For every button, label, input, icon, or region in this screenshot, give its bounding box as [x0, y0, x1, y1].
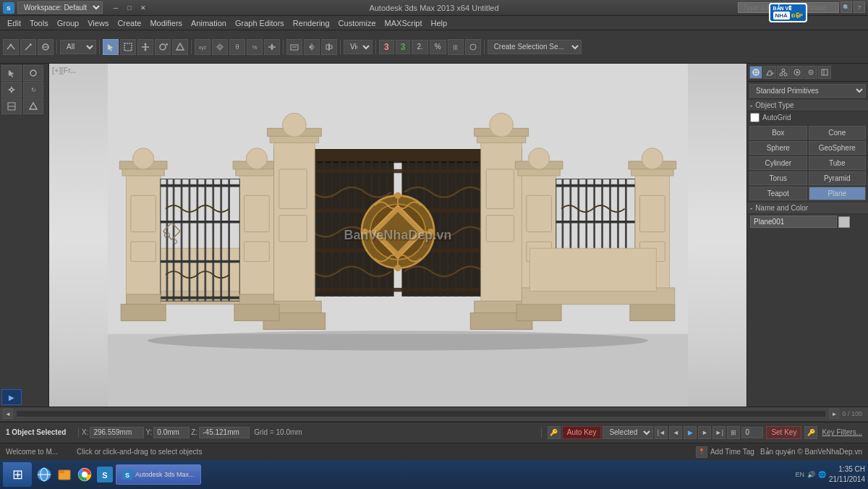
- utilities-panel-icon[interactable]: [818, 66, 831, 79]
- plane-btn[interactable]: Plane: [809, 187, 867, 200]
- modify-panel-icon[interactable]: [763, 66, 776, 79]
- tube-btn[interactable]: Tube: [809, 156, 867, 170]
- goto-start-btn[interactable]: |◄: [655, 426, 668, 439]
- link-display-tool[interactable]: [1, 65, 22, 81]
- edit-named-sel-btn[interactable]: [286, 39, 302, 55]
- maximize-btn[interactable]: □: [123, 1, 136, 14]
- timeline-prev-btn[interactable]: ◄: [3, 409, 13, 419]
- geosphere-btn[interactable]: GeoSphere: [809, 141, 867, 155]
- select-move-btn[interactable]: [137, 39, 153, 55]
- goto-end-btn[interactable]: ►|: [712, 426, 726, 439]
- name-section-collapse-icon: -: [750, 204, 752, 212]
- z-coord-input[interactable]: [199, 427, 250, 438]
- unlink-btn[interactable]: [20, 39, 36, 55]
- percent-snap-btn[interactable]: %: [247, 39, 263, 55]
- name-color-section-header[interactable]: - Name and Color: [747, 203, 868, 214]
- snap-btn[interactable]: [212, 39, 228, 55]
- spinner-snap-btn[interactable]: [264, 39, 280, 55]
- select-and-link-btn[interactable]: [3, 39, 19, 55]
- network-icon[interactable]: 🌐: [818, 471, 826, 478]
- prev-frame-btn[interactable]: ◄: [669, 426, 682, 439]
- align-btn[interactable]: [321, 39, 337, 55]
- sphere-btn[interactable]: Sphere: [749, 141, 807, 155]
- play-anim-btn[interactable]: ▶: [1, 389, 22, 405]
- taskbar-3dsmax-icon[interactable]: S: [95, 465, 114, 484]
- taskbar-explorer-icon[interactable]: [55, 465, 74, 484]
- select-scale-btn[interactable]: [172, 39, 188, 55]
- menu-maxscript[interactable]: MAXScript: [380, 17, 427, 29]
- select-region-btn[interactable]: [120, 39, 136, 55]
- torus-btn[interactable]: Torus: [749, 171, 807, 185]
- key-mode-btn[interactable]: ⊞: [727, 426, 740, 439]
- menu-graph-editors[interactable]: Graph Editors: [231, 17, 289, 29]
- play-btn[interactable]: ▶: [684, 426, 697, 439]
- timeline-slider[interactable]: [16, 410, 826, 417]
- geo-tool[interactable]: [23, 65, 43, 81]
- start-button[interactable]: ⊞: [3, 462, 32, 487]
- bind-space-warp-btn[interactable]: [38, 39, 54, 55]
- next-frame-btn[interactable]: ►: [698, 426, 711, 439]
- scale-tool[interactable]: [23, 98, 43, 114]
- svg-marker-12: [144, 49, 147, 51]
- taskbar-chrome-icon[interactable]: [75, 465, 94, 484]
- environment-btn[interactable]: [465, 39, 481, 55]
- teapot-btn[interactable]: Teapot: [749, 187, 807, 200]
- menu-tools[interactable]: Tools: [25, 17, 53, 29]
- workspace-selector[interactable]: Workspace: Default: [17, 1, 103, 14]
- menu-modifiers[interactable]: Modifiers: [145, 17, 187, 29]
- anim-mode-dropdown[interactable]: Selected: [603, 426, 653, 439]
- box-btn[interactable]: Box: [749, 126, 807, 140]
- menu-rendering[interactable]: Rendering: [289, 17, 334, 29]
- viewport[interactable]: [+][Fr...: [49, 64, 746, 407]
- key-filters-icon[interactable]: 🔑: [804, 426, 817, 439]
- hierarchy-panel-icon[interactable]: [777, 66, 790, 79]
- clock[interactable]: 1:35 CH 21/11/2014: [829, 464, 865, 485]
- set-key-btn[interactable]: Set Key: [766, 426, 801, 439]
- menu-edit[interactable]: Edit: [3, 17, 25, 29]
- key-lock-icon[interactable]: 🔑: [548, 426, 561, 439]
- cylinder-btn[interactable]: Cylinder: [749, 156, 807, 170]
- menu-customize[interactable]: Customize: [334, 17, 380, 29]
- minimize-btn[interactable]: ─: [109, 1, 122, 14]
- help-icon[interactable]: ?: [854, 1, 865, 13]
- ref-coord-btn[interactable]: xyz: [195, 39, 210, 55]
- help-search-icon[interactable]: 🔍: [841, 1, 852, 13]
- color-swatch[interactable]: [838, 216, 850, 228]
- taskbar-browser-icon[interactable]: [35, 465, 54, 484]
- view-mode-dropdown[interactable]: View: [344, 40, 373, 54]
- timeline-next-btn[interactable]: ►: [829, 409, 839, 419]
- create-panel-icon[interactable]: [749, 66, 762, 79]
- autogrid-checkbox[interactable]: [750, 113, 760, 122]
- select-rotate-btn[interactable]: [155, 39, 171, 55]
- menu-group[interactable]: Group: [53, 17, 84, 29]
- y-coord-input[interactable]: [153, 427, 190, 438]
- menu-views[interactable]: Views: [83, 17, 113, 29]
- taskbar-3dsmax-window[interactable]: S Autodesk 3ds Max...: [116, 464, 201, 485]
- display-panel-icon[interactable]: [804, 66, 817, 79]
- add-time-icon[interactable]: 📍: [696, 446, 707, 458]
- zoom-tool[interactable]: [1, 98, 22, 114]
- auto-key-btn[interactable]: Auto Key: [562, 426, 602, 439]
- close-btn[interactable]: ✕: [137, 1, 150, 14]
- selection-filter-dropdown[interactable]: All: [60, 40, 96, 54]
- mirror-btn[interactable]: [304, 39, 320, 55]
- key-filters-label[interactable]: Key Filters...: [819, 428, 865, 436]
- angle-snap-btn[interactable]: θ: [229, 39, 245, 55]
- cone-btn[interactable]: Cone: [809, 126, 867, 140]
- x-coord-input[interactable]: [90, 427, 144, 438]
- motion-panel-icon[interactable]: [791, 66, 804, 79]
- create-selection-dropdown[interactable]: Create Selection Se...: [488, 40, 582, 54]
- time-input[interactable]: [741, 427, 763, 438]
- volume-icon[interactable]: 🔊: [807, 471, 815, 478]
- select-obj-btn[interactable]: [103, 39, 119, 55]
- pyramid-btn[interactable]: Pyramid: [809, 171, 867, 185]
- layer-btn[interactable]: |||: [448, 39, 464, 55]
- primitive-type-dropdown[interactable]: Standard Primitives: [749, 84, 866, 98]
- pan-tool[interactable]: [1, 82, 22, 98]
- object-type-section[interactable]: - Object Type: [747, 100, 868, 111]
- object-name-input[interactable]: [750, 216, 837, 228]
- menu-create[interactable]: Create: [113, 17, 145, 29]
- rotate-tool[interactable]: ↻: [23, 82, 43, 98]
- menu-animation[interactable]: Animation: [187, 17, 231, 29]
- menu-help[interactable]: Help: [427, 17, 452, 29]
